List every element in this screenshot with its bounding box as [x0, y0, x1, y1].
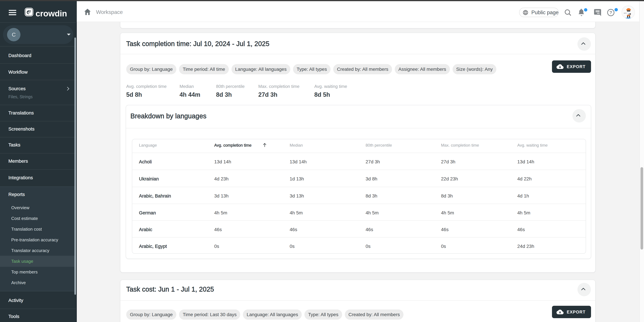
svg-text:?: ?: [610, 10, 612, 15]
